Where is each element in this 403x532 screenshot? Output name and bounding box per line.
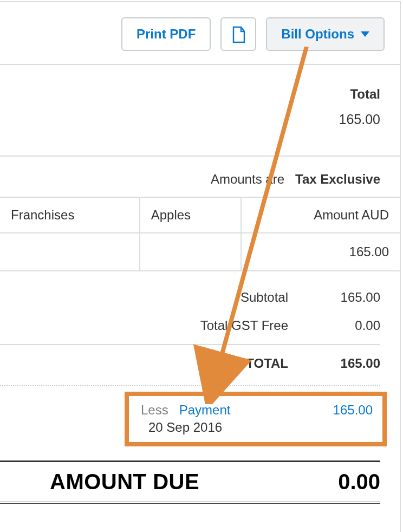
- copy-button[interactable]: [220, 17, 256, 51]
- dotted-separator: [0, 385, 380, 386]
- amount-due-label: AMOUNT DUE: [50, 470, 199, 494]
- summary-total-value: 165.00: [0, 112, 380, 127]
- table-row: 165.00: [0, 233, 400, 271]
- cell-apples: [140, 233, 242, 271]
- page-card: Print PDF Bill Options Total 165.00 Amou…: [0, 1, 401, 532]
- subtotal-value: 165.00: [288, 290, 380, 305]
- gst-label: Total GST Free: [147, 318, 288, 333]
- amount-due-row: AMOUNT DUE 0.00: [0, 460, 380, 504]
- chevron-down-icon: [361, 31, 369, 37]
- bill-options-button[interactable]: Bill Options: [266, 17, 385, 51]
- gst-row: Total GST Free 0.00: [0, 312, 380, 340]
- payment-description: Less Payment 20 Sep 2016: [141, 401, 230, 437]
- print-pdf-button[interactable]: Print PDF: [121, 17, 211, 51]
- col-amount: Amount AUD: [241, 197, 400, 233]
- cell-franchises: [0, 233, 140, 271]
- col-apples: Apples: [140, 197, 242, 233]
- totals-block: Subtotal 165.00 Total GST Free 0.00 TOTA…: [0, 271, 400, 386]
- col-franchises: Franchises: [0, 197, 140, 233]
- total-row: TOTAL 165.00: [0, 344, 380, 378]
- print-pdf-label: Print PDF: [136, 27, 196, 42]
- payment-less-label: Less: [141, 403, 168, 417]
- summary-total-label: Total: [0, 87, 380, 102]
- subtotal-label: Subtotal: [147, 290, 288, 305]
- payment-link[interactable]: Payment: [179, 403, 231, 417]
- cell-amount: 165.00: [241, 233, 400, 271]
- payment-highlight-box: Less Payment 20 Sep 2016 165.00: [125, 392, 387, 446]
- bill-options-label: Bill Options: [281, 27, 354, 42]
- tax-mode-value: Tax Exclusive: [295, 172, 380, 186]
- payment-amount[interactable]: 165.00: [333, 403, 373, 418]
- gst-value: 0.00: [288, 318, 380, 333]
- tax-mode-note: Amounts are Tax Exclusive: [0, 157, 400, 197]
- tax-mode-prefix: Amounts are: [211, 172, 284, 186]
- table-header-row: Franchises Apples Amount AUD: [0, 197, 400, 233]
- total-value: 165.00: [288, 356, 380, 371]
- subtotal-row: Subtotal 165.00: [0, 283, 380, 312]
- copy-icon: [232, 26, 245, 42]
- payment-date: 20 Sep 2016: [141, 419, 230, 436]
- amount-due-value: 0.00: [338, 470, 380, 494]
- line-items-table: Franchises Apples Amount AUD 165.00: [0, 197, 400, 271]
- summary-total: Total 165.00: [0, 65, 400, 157]
- toolbar: Print PDF Bill Options: [0, 2, 400, 65]
- total-label: TOTAL: [147, 356, 288, 371]
